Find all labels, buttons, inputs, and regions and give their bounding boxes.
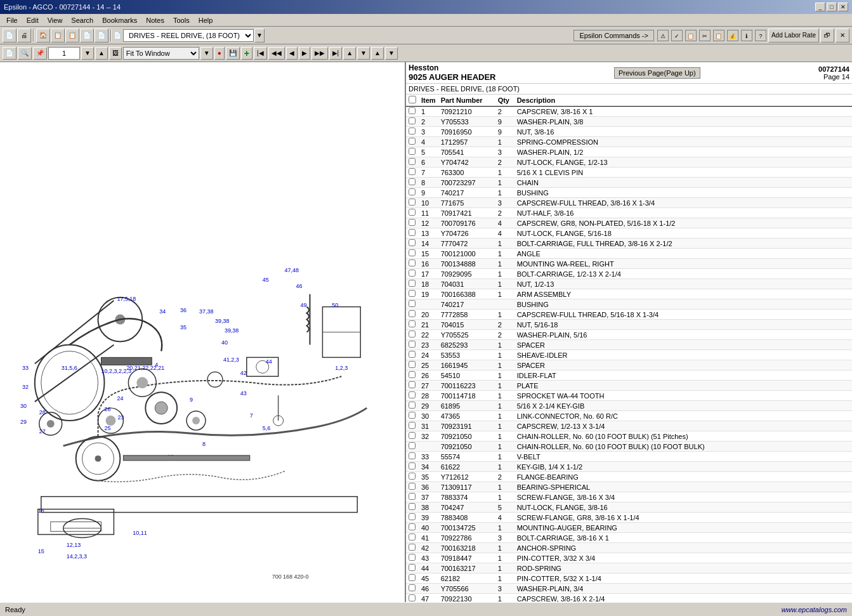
nav-up-pg[interactable]: ▲: [371, 47, 384, 60]
row-check[interactable]: [406, 411, 419, 421]
table-row[interactable]: 18 704031 1 NUT, 1/2-13: [406, 279, 852, 289]
table-row[interactable]: 36 71309117 1 BEARING-SPHERICAL: [406, 482, 852, 492]
row-check[interactable]: [406, 513, 419, 523]
table-row[interactable]: 27 700116223 1 PLATE: [406, 381, 852, 391]
table-row[interactable]: 34 61622 1 KEY-GIB, 1/4 X 1-1/2: [406, 462, 852, 472]
row-checkbox[interactable]: [409, 310, 416, 317]
row-check[interactable]: [406, 218, 419, 228]
row-check[interactable]: [406, 492, 419, 502]
add-labor-rate-btn[interactable]: Add Labor Rate: [768, 29, 819, 43]
row-check[interactable]: [406, 563, 419, 573]
row-checkbox[interactable]: [409, 371, 416, 378]
row-check[interactable]: [406, 249, 419, 259]
tb-btn3[interactable]: 📋: [65, 29, 79, 43]
cmd-icon-5[interactable]: 📋: [713, 30, 724, 41]
table-row[interactable]: 16 700134888 1 MOUNTING WA-REEL, RIGHT: [406, 259, 852, 269]
row-checkbox[interactable]: [409, 290, 416, 297]
table-row[interactable]: 29 61895 1 5/16 X 2-1/4 KEY-GIB: [406, 401, 852, 411]
table-row[interactable]: 38 704247 5 NUT-LOCK, FLANGE, 3/8-16: [406, 502, 852, 513]
row-checkbox[interactable]: [409, 594, 416, 601]
cmd-icon-7[interactable]: ℹ: [741, 30, 752, 41]
row-check[interactable]: [406, 137, 419, 147]
row-check[interactable]: [406, 421, 419, 431]
dropdown-arrow[interactable]: ▼: [254, 29, 265, 43]
row-check[interactable]: [406, 472, 419, 482]
row-checkbox[interactable]: [409, 320, 416, 327]
table-row[interactable]: 31 70923191 1 CAPSCREW, 1/2-13 X 3-1/4: [406, 421, 852, 431]
prev-page-button[interactable]: Previous Page(Page Up): [614, 67, 700, 79]
table-row[interactable]: 2 Y705533 9 WASHER-PLAIN, 3/8: [406, 117, 852, 127]
table-row[interactable]: 23 6825293 1 SPACER: [406, 340, 852, 350]
row-check[interactable]: [406, 330, 419, 340]
tb2-btn1[interactable]: 📄: [3, 47, 16, 60]
row-checkbox[interactable]: [409, 462, 416, 469]
row-check[interactable]: [406, 340, 419, 350]
close-button[interactable]: ✕: [838, 3, 848, 11]
row-check[interactable]: [406, 452, 419, 462]
cmd-icon-2[interactable]: ✓: [671, 30, 683, 41]
row-checkbox[interactable]: [409, 422, 416, 429]
row-check[interactable]: [406, 259, 419, 269]
row-check[interactable]: [406, 239, 419, 249]
table-row[interactable]: 41 70922786 3 BOLT-CARRIAGE, 3/8-16 X 1: [406, 533, 852, 543]
row-check[interactable]: [406, 299, 419, 310]
row-check[interactable]: [406, 228, 419, 239]
table-row[interactable]: 14 7770472 1 BOLT-CARRIAGE, FULL THREAD,…: [406, 239, 852, 249]
add-btn[interactable]: +: [241, 47, 252, 60]
save-btn[interactable]: 💾: [226, 47, 240, 60]
table-row[interactable]: 9 740217 1 BUSHING: [406, 188, 852, 198]
row-check[interactable]: [406, 553, 419, 563]
row-checkbox[interactable]: [409, 483, 416, 490]
check-all[interactable]: [409, 96, 416, 103]
menu-bookmarks[interactable]: Bookmarks: [98, 15, 141, 25]
row-check[interactable]: [406, 381, 419, 391]
table-row[interactable]: 45 62182 1 PIN-COTTER, 5/32 X 1-1/4: [406, 573, 852, 584]
zoom-input[interactable]: [48, 47, 80, 60]
table-row[interactable]: 740217 BUSHING: [406, 299, 852, 310]
table-row[interactable]: 21 704015 2 NUT, 5/16-18: [406, 320, 852, 330]
table-row[interactable]: 44 700163217 1 ROD-SPRING: [406, 563, 852, 573]
table-row[interactable]: 3 70916950 9 NUT, 3/8-16: [406, 127, 852, 137]
print-btn[interactable]: 🖨: [17, 29, 31, 43]
cmd-icon-1[interactable]: ⚠: [657, 30, 669, 41]
row-checkbox[interactable]: [409, 391, 416, 398]
table-row[interactable]: 28 700114718 1 SPROCKET WA-44 TOOTH: [406, 391, 852, 401]
row-checkbox[interactable]: [409, 544, 416, 551]
table-row[interactable]: 47 70922130 1 CAPSCREW, 3/8-16 X 2-1/4: [406, 594, 852, 603]
row-checkbox[interactable]: [409, 168, 416, 175]
row-checkbox[interactable]: [409, 229, 416, 236]
row-checkbox[interactable]: [409, 259, 416, 266]
row-check[interactable]: [406, 178, 419, 188]
table-row[interactable]: 30 47365 1 LINK-CONNECTOR, No. 60 R/C: [406, 411, 852, 421]
row-checkbox[interactable]: [409, 513, 416, 520]
table-row[interactable]: 4 1712957 1 SPRING-COMPRESSION: [406, 137, 852, 147]
parts-table-container[interactable]: Item Part Number Qty Description 1 70921…: [406, 95, 852, 602]
table-row[interactable]: 6 Y704742 2 NUT-LOCK, FLANGE, 1/2-13: [406, 157, 852, 167]
row-checkbox[interactable]: [409, 412, 416, 419]
table-row[interactable]: 43 70918447 1 PIN-COTTER, 3/32 X 3/4: [406, 553, 852, 563]
row-check[interactable]: [406, 107, 419, 117]
row-checkbox[interactable]: [409, 178, 416, 185]
row-check[interactable]: [406, 533, 419, 543]
menu-file[interactable]: File: [3, 15, 22, 25]
row-check[interactable]: [406, 442, 419, 452]
table-row[interactable]: 11 70917421 2 NUT-HALF, 3/8-16: [406, 208, 852, 218]
table-row[interactable]: 5 705541 3 WASHER-PLAIN, 1/2: [406, 147, 852, 157]
row-check[interactable]: [406, 360, 419, 370]
row-checkbox[interactable]: [409, 493, 416, 500]
nav-back[interactable]: ◀: [286, 47, 298, 60]
table-row[interactable]: 7 763300 1 5/16 X 1 CLEVIS PIN: [406, 167, 852, 178]
minimize-button[interactable]: _: [815, 3, 825, 11]
row-checkbox[interactable]: [409, 249, 416, 256]
row-checkbox[interactable]: [409, 381, 416, 388]
row-checkbox[interactable]: [409, 107, 416, 114]
row-checkbox[interactable]: [409, 554, 416, 561]
row-check[interactable]: [406, 279, 419, 289]
row-checkbox[interactable]: [409, 503, 416, 510]
row-checkbox[interactable]: [409, 534, 416, 541]
row-check[interactable]: [406, 401, 419, 411]
table-row[interactable]: 12 700709176 4 CAPSCREW, GR8, NON-PLATED…: [406, 218, 852, 228]
table-row[interactable]: 13 Y704726 4 NUT-LOCK, FLANGE, 5/16-18: [406, 228, 852, 239]
table-row[interactable]: 37 7883374 1 SCREW-FLANGE, 3/8-16 X 3/4: [406, 492, 852, 502]
row-check[interactable]: [406, 198, 419, 208]
